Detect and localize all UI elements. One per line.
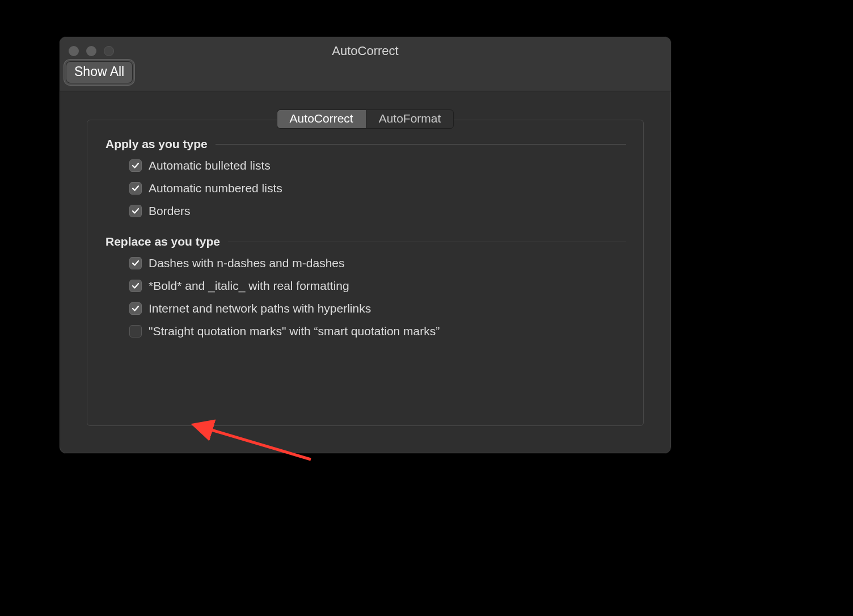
checkbox-row: Automatic bulleted lists [129, 159, 626, 172]
checkbox-label: "Straight quotation marks" with “smart q… [149, 324, 440, 338]
checkbox-row: Dashes with n-dashes and m-dashes [129, 256, 626, 270]
checkmark-icon [132, 207, 140, 215]
checkbox-label: *Bold* and _italic_ with real formatting [149, 279, 349, 293]
checkbox-label: Borders [149, 204, 191, 218]
checkmark-icon [132, 259, 140, 267]
tab-label: AutoFormat [379, 112, 441, 125]
section-replace-as-you-type: Replace as you type Dashes with n-dashes… [105, 235, 626, 338]
checkbox-row: Internet and network paths with hyperlin… [129, 302, 626, 315]
checkbox-label: Internet and network paths with hyperlin… [149, 302, 371, 315]
titlebar: AutoCorrect Show All [60, 37, 671, 91]
checkbox-row: "Straight quotation marks" with “smart q… [129, 324, 626, 338]
divider [228, 242, 626, 242]
checkbox-automatic-bulleted-lists[interactable] [129, 159, 142, 172]
checkbox-label: Automatic numbered lists [149, 182, 282, 195]
checkbox-bold-italic[interactable] [129, 280, 142, 292]
checkbox-row: *Bold* and _italic_ with real formatting [129, 279, 626, 293]
checkbox-group: Automatic bulleted lists Automatic numbe… [105, 159, 626, 218]
checkbox-borders[interactable] [129, 205, 142, 217]
checkbox-label: Automatic bulleted lists [149, 159, 271, 172]
checkmark-icon [132, 305, 140, 313]
tab-autocorrect[interactable]: AutoCorrect [277, 109, 366, 129]
show-all-button[interactable]: Show All [66, 62, 132, 83]
window-title: AutoCorrect [60, 44, 671, 58]
settings-panel: Apply as you type Automatic bulleted lis… [87, 120, 644, 426]
tab-label: AutoCorrect [290, 112, 353, 125]
checkbox-row: Borders [129, 204, 626, 218]
content-area: AutoCorrect AutoFormat Apply as you type [60, 91, 671, 453]
checkbox-automatic-numbered-lists[interactable] [129, 182, 142, 195]
section-heading: Apply as you type [105, 137, 208, 151]
checkbox-group: Dashes with n-dashes and m-dashes *Bold*… [105, 256, 626, 338]
checkmark-icon [132, 184, 140, 192]
section-header: Apply as you type [105, 137, 626, 151]
divider [216, 144, 626, 145]
autocorrect-window: AutoCorrect Show All AutoCorrect AutoFor… [59, 36, 672, 454]
checkmark-icon [132, 282, 140, 290]
section-heading: Replace as you type [105, 235, 220, 248]
tab-autoformat[interactable]: AutoFormat [366, 109, 454, 129]
checkbox-label: Dashes with n-dashes and m-dashes [149, 256, 345, 270]
checkbox-row: Automatic numbered lists [129, 182, 626, 195]
section-header: Replace as you type [105, 235, 626, 248]
checkbox-hyperlinks[interactable] [129, 302, 142, 315]
section-apply-as-you-type: Apply as you type Automatic bulleted lis… [105, 137, 626, 218]
checkmark-icon [132, 162, 140, 170]
checkbox-smart-quotes[interactable] [129, 325, 142, 337]
checkbox-dashes[interactable] [129, 257, 142, 269]
